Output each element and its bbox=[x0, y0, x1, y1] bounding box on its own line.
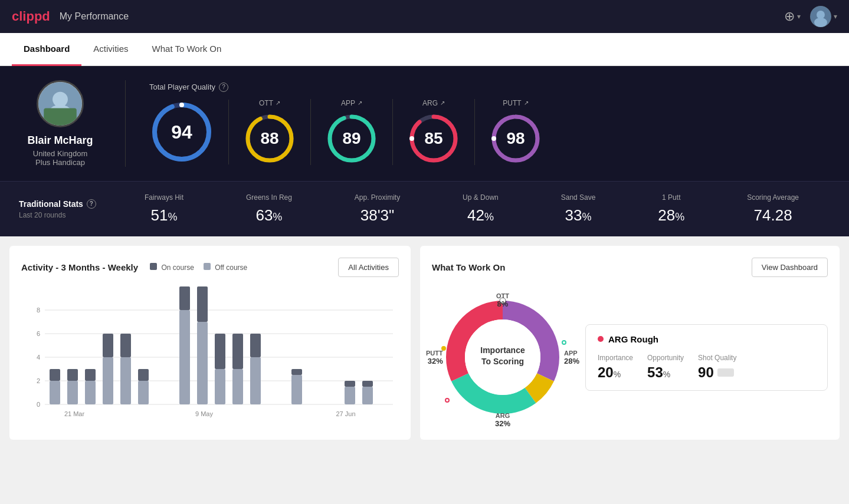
gauge-label-app: APP ↗ bbox=[341, 99, 362, 107]
gauge-circle-app: 89 bbox=[325, 112, 378, 165]
svg-point-2 bbox=[814, 18, 827, 27]
svg-text:21 Mar: 21 Mar bbox=[64, 410, 85, 417]
gauge-value-arg: 85 bbox=[424, 129, 442, 148]
gauge-value-total: 94 bbox=[171, 121, 192, 143]
activity-panel: Activity - 3 Months - Weekly On course O… bbox=[9, 246, 411, 440]
scores-section: Total Player Quality ? 94 bbox=[149, 83, 830, 165]
svg-point-4 bbox=[53, 92, 68, 107]
svg-rect-40 bbox=[138, 381, 149, 404]
stats-bar: Traditional Stats ? Last 20 rounds Fairw… bbox=[0, 181, 849, 236]
gauge-value-putt: 98 bbox=[506, 129, 525, 148]
svg-text:4: 4 bbox=[37, 354, 40, 361]
svg-rect-43 bbox=[179, 286, 190, 310]
gauge-label-arg: ARG ↗ bbox=[422, 99, 445, 107]
gauge-value-ott: 88 bbox=[260, 129, 278, 148]
svg-point-1 bbox=[817, 11, 825, 19]
help-icon[interactable]: ? bbox=[219, 83, 228, 92]
work-on-content: Importance To Scoring OTT 8% APP 28% ARG… bbox=[432, 286, 828, 428]
chart-area: 0 2 4 6 8 bbox=[21, 286, 399, 428]
gauge-label-ott: OTT ↗ bbox=[259, 99, 280, 107]
gauge-app: APP ↗ 89 bbox=[311, 99, 393, 165]
gauge-circle-putt: 98 bbox=[489, 112, 542, 165]
svg-rect-31 bbox=[50, 369, 60, 381]
gauge-value-app: 89 bbox=[342, 129, 360, 148]
svg-rect-37 bbox=[103, 334, 113, 357]
tab-dashboard[interactable]: Dashboard bbox=[12, 33, 81, 66]
add-icon: ⊕ bbox=[784, 9, 795, 24]
stat-fairways-hit: Fairways Hit 51% bbox=[145, 193, 183, 225]
app-dot bbox=[562, 340, 566, 345]
svg-rect-50 bbox=[250, 357, 261, 404]
divider bbox=[125, 80, 126, 167]
bar-chart: 0 2 4 6 8 bbox=[21, 286, 399, 428]
svg-rect-41 bbox=[138, 369, 149, 381]
chart-legend: On course Off course bbox=[150, 263, 247, 272]
user-menu-button[interactable]: ▾ bbox=[810, 6, 837, 27]
logo-text: clippd bbox=[12, 9, 50, 24]
work-card-metrics: Importance 20% Opportunity 53% Shot Qual… bbox=[598, 354, 815, 381]
svg-text:0: 0 bbox=[37, 401, 40, 408]
avatar bbox=[810, 6, 831, 27]
gauge-circle-total: 94 bbox=[149, 100, 214, 164]
total-quality-label: Total Player Quality ? bbox=[149, 83, 830, 92]
header-title: My Performance bbox=[60, 11, 129, 22]
header-left: clippd My Performance bbox=[12, 9, 129, 24]
shot-quality-bar bbox=[717, 368, 734, 377]
legend-off-course: Off course bbox=[204, 263, 247, 272]
svg-rect-48 bbox=[232, 369, 243, 404]
svg-rect-56 bbox=[362, 387, 373, 404]
svg-text:To Scoring: To Scoring bbox=[481, 357, 524, 366]
svg-rect-45 bbox=[197, 286, 208, 322]
svg-rect-32 bbox=[67, 381, 78, 404]
svg-rect-34 bbox=[85, 381, 96, 404]
stat-label-section: Traditional Stats ? Last 20 rounds bbox=[19, 199, 113, 219]
svg-rect-51 bbox=[250, 334, 261, 357]
svg-text:27 Jun: 27 Jun bbox=[336, 410, 355, 417]
metric-shot-quality: Shot Quality 90 bbox=[698, 354, 736, 381]
arg-label: ARG 32% bbox=[495, 412, 510, 428]
app-label: APP 28% bbox=[564, 350, 579, 365]
svg-rect-30 bbox=[50, 381, 60, 404]
svg-rect-47 bbox=[215, 334, 225, 369]
stats-help-icon[interactable]: ? bbox=[87, 199, 96, 209]
svg-rect-35 bbox=[85, 369, 96, 381]
tab-activities[interactable]: Activities bbox=[81, 33, 140, 66]
putt-arrow-icon: ↗ bbox=[524, 100, 529, 106]
stats-subtitle: Last 20 rounds bbox=[19, 211, 113, 219]
donut-chart: Importance To Scoring OTT 8% APP 28% ARG… bbox=[432, 286, 573, 428]
putt-dot bbox=[441, 346, 446, 351]
all-activities-button[interactable]: All Activities bbox=[338, 258, 399, 277]
stat-sand-save: Sand Save 33% bbox=[561, 193, 596, 225]
tab-what-to-work-on[interactable]: What To Work On bbox=[140, 33, 234, 66]
player-name: Blair McHarg bbox=[27, 134, 93, 147]
ott-arrow-icon: ↗ bbox=[276, 100, 280, 106]
stats-values: Fairways Hit 51% Greens In Reg 63% App. … bbox=[113, 193, 830, 225]
svg-rect-49 bbox=[232, 334, 243, 369]
player-country: United Kingdom bbox=[33, 149, 88, 158]
svg-rect-46 bbox=[215, 369, 225, 404]
work-card-title: ARG Rough bbox=[598, 334, 815, 344]
svg-rect-54 bbox=[345, 387, 355, 404]
gauge-label-putt: PUTT ↗ bbox=[503, 99, 528, 107]
score-gauges: 94 OTT ↗ 88 bbox=[149, 99, 830, 165]
svg-rect-42 bbox=[179, 310, 190, 404]
traditional-stats-title: Traditional Stats ? bbox=[19, 199, 113, 209]
gauge-putt: PUTT ↗ 98 bbox=[475, 99, 556, 165]
metric-importance: Importance 20% bbox=[598, 354, 633, 381]
gauge-arg: ARG ↗ 85 bbox=[393, 99, 475, 165]
activity-title: Activity - 3 Months - Weekly On course O… bbox=[21, 262, 247, 272]
svg-rect-33 bbox=[67, 369, 78, 381]
header-right: ⊕ ▾ ▾ bbox=[784, 6, 837, 27]
activity-panel-header: Activity - 3 Months - Weekly On course O… bbox=[21, 258, 399, 277]
svg-rect-38 bbox=[120, 357, 131, 404]
gauge-circle-ott: 88 bbox=[243, 112, 296, 165]
what-to-work-on-panel: What To Work On View Dashboard bbox=[420, 246, 840, 440]
svg-rect-39 bbox=[120, 334, 131, 357]
work-panel-header: What To Work On View Dashboard bbox=[432, 258, 828, 277]
svg-rect-53 bbox=[291, 369, 302, 375]
stat-greens-in-reg: Greens In Reg 63% bbox=[246, 193, 292, 225]
add-button[interactable]: ⊕ ▾ bbox=[784, 9, 801, 24]
bottom-panels: Activity - 3 Months - Weekly On course O… bbox=[0, 236, 849, 449]
view-dashboard-button[interactable]: View Dashboard bbox=[752, 258, 828, 277]
ott-label: OTT 8% bbox=[496, 292, 509, 308]
